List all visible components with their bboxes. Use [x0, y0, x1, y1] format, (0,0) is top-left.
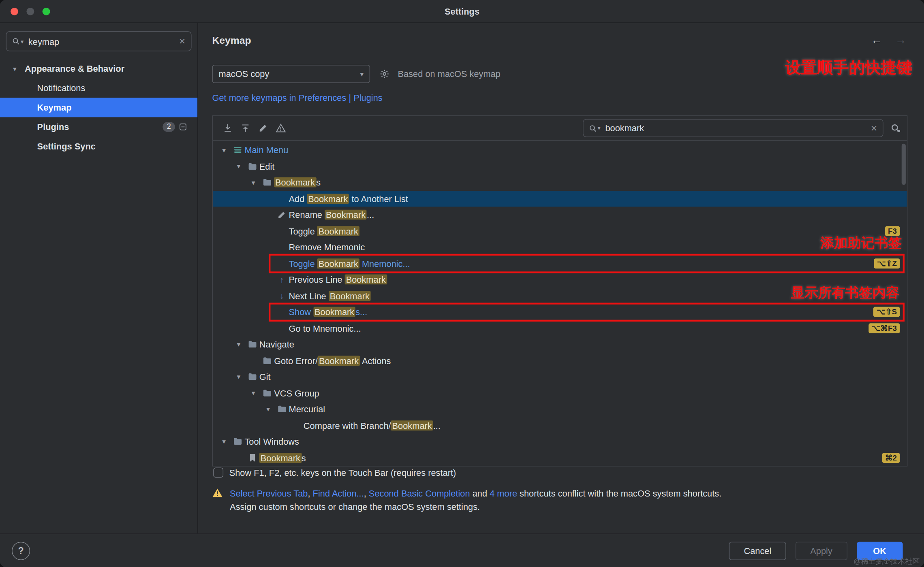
- tree-row-main-menu[interactable]: ▾Main Menu: [213, 142, 907, 158]
- search-history-chevron-icon[interactable]: ▾: [597, 125, 600, 131]
- settings-search-field[interactable]: ▾ ✕: [6, 31, 192, 51]
- page-title: Keymap: [212, 35, 251, 47]
- tree-row-label: Edit: [259, 161, 275, 171]
- tree-row-next-line-bookmark[interactable]: ↓Next Line Bookmark: [213, 288, 907, 304]
- show-conflicts-icon[interactable]: [272, 120, 289, 136]
- tree-row-label: VCS Group: [274, 388, 319, 398]
- shortcut-badge: ⌥⇧S: [874, 307, 900, 317]
- tree-row-label: Compare with Branch/Bookmark...: [304, 420, 441, 431]
- tree-row-label: Rename Bookmark...: [289, 210, 374, 220]
- warning-icon: [212, 486, 226, 514]
- chevron-down-icon[interactable]: ▾: [218, 146, 231, 154]
- conflict-link-4-more[interactable]: 4 more: [490, 488, 517, 498]
- shortcut-badge: F3: [885, 226, 900, 236]
- tree-row-toggle-bookmark-mnemonic[interactable]: Toggle Bookmark Mnemonic...⌥⇧Z: [213, 255, 907, 271]
- tree-row-label: Previous Line Bookmark: [289, 275, 387, 285]
- action-search-field[interactable]: ▾ ✕: [583, 119, 883, 137]
- tree-row-toggle-bookmark[interactable]: Toggle BookmarkF3: [213, 223, 907, 239]
- find-by-shortcut-icon[interactable]: [890, 123, 901, 133]
- chevron-down-icon[interactable]: ▾: [247, 178, 260, 186]
- tree-row-go-to-mnemonic[interactable]: Go to Mnemonic...⌥⌘F3: [213, 320, 907, 336]
- touchbar-checkbox[interactable]: [213, 468, 223, 478]
- pencil-icon: [275, 211, 289, 219]
- folder-icon: [245, 162, 259, 170]
- folder-icon: [245, 341, 259, 348]
- search-icon: [589, 124, 597, 132]
- edit-shortcut-icon[interactable]: [254, 120, 272, 136]
- settings-category-tree: ▾ Appearance & Behavior Notifications Ke…: [0, 59, 197, 156]
- tree-row-remove-mnemonic[interactable]: Remove Mnemonic: [213, 239, 907, 255]
- keymap-scheme-select[interactable]: macOS copy ▾: [212, 65, 370, 83]
- settings-window: Settings ▾ ✕ ▾ Appearance & Behavior Not…: [0, 0, 924, 567]
- bookmark-icon: [245, 453, 259, 462]
- cancel-button[interactable]: Cancel: [729, 542, 786, 560]
- folder-icon: [260, 389, 274, 397]
- tree-row-show-bookmarks[interactable]: Show Bookmarks...⌥⇧S: [213, 304, 907, 320]
- chevron-down-icon[interactable]: ▾: [218, 437, 231, 446]
- clear-search-icon[interactable]: ✕: [871, 124, 877, 133]
- back-arrow-icon[interactable]: ←: [871, 34, 882, 47]
- tree-row-tool-windows[interactable]: ▾Tool Windows: [213, 433, 907, 450]
- tree-row-bookmarks-folder[interactable]: ▾Bookmarks: [213, 174, 907, 190]
- action-search-input[interactable]: [604, 122, 871, 134]
- get-more-keymaps-link[interactable]: Get more keymaps in Preferences | Plugin…: [212, 92, 382, 102]
- tree-row-rename-bookmark[interactable]: Rename Bookmark...: [213, 207, 907, 223]
- sidebar-item-keymap[interactable]: Keymap: [0, 98, 197, 117]
- traffic-lights: [11, 0, 50, 22]
- folder-icon: [231, 438, 245, 446]
- sidebar-item-settings-sync[interactable]: Settings Sync: [0, 136, 197, 156]
- menu-icon: [231, 146, 245, 155]
- conflict-link-find-action[interactable]: Find Action...: [313, 488, 364, 498]
- tree-row-compare-with-branch-bookmark[interactable]: Compare with Branch/Bookmark...: [213, 417, 907, 433]
- sidebar-item-plugins[interactable]: Plugins 2: [0, 117, 197, 136]
- expand-all-icon[interactable]: [218, 120, 236, 136]
- chevron-down-icon[interactable]: ▾: [232, 373, 245, 381]
- keymap-tree: ▾Main Menu▾Edit▾BookmarksAdd Bookmark to…: [213, 141, 907, 467]
- dialog-footer: ? Cancel Apply OK @稀土掘金技术社区: [0, 533, 924, 567]
- tree-row-previous-line-bookmark[interactable]: ↑Previous Line Bookmark: [213, 271, 907, 288]
- help-button[interactable]: ?: [12, 542, 30, 560]
- tree-row-mercurial[interactable]: ▾Mercurial: [213, 401, 907, 417]
- chevron-down-icon[interactable]: ▾: [13, 64, 25, 72]
- chevron-down-icon[interactable]: ▾: [247, 389, 260, 397]
- tree-row-label: Toggle Bookmark Mnemonic...: [289, 258, 410, 269]
- tree-row-navigate[interactable]: ▾Navigate: [213, 336, 907, 352]
- chevron-down-icon[interactable]: ▾: [262, 405, 275, 413]
- tree-row-edit[interactable]: ▾Edit: [213, 158, 907, 174]
- plugins-count-badge: 2: [163, 122, 175, 132]
- folder-icon: [275, 405, 289, 413]
- based-on-label: Based on macOS keymap: [398, 69, 500, 79]
- forward-arrow-icon[interactable]: →: [895, 34, 907, 47]
- tree-row-bookmarks-tool-window[interactable]: Bookmarks⌘2: [213, 450, 907, 466]
- tree-row-label: Bookmarks: [259, 453, 306, 463]
- sidebar-item-notifications[interactable]: Notifications: [0, 78, 197, 98]
- tree-row-add-bookmark-to-another-list[interactable]: Add Bookmark to Another List: [213, 190, 907, 207]
- tree-row-label: Toggle Bookmark: [289, 226, 359, 236]
- conflict-link-second-basic-completion[interactable]: Second Basic Completion: [369, 488, 470, 498]
- keymap-page: Keymap ← → 设置顺手的快捷键 macOS copy ▾ Based o…: [198, 23, 924, 534]
- tree-row-label: Bookmarks: [274, 177, 321, 188]
- tree-row-label: Show Bookmarks...: [289, 307, 367, 317]
- tree-row-label: Remove Mnemonic: [289, 242, 365, 252]
- minimize-window-button[interactable]: [26, 7, 34, 15]
- zoom-window-button[interactable]: [43, 7, 50, 15]
- apply-button[interactable]: Apply: [796, 542, 847, 560]
- tree-row-vcs-group[interactable]: ▾VCS Group: [213, 385, 907, 401]
- chevron-down-icon: ▾: [360, 70, 364, 78]
- warning-text: ,: [364, 488, 369, 498]
- sidebar-item-appearance-behavior[interactable]: ▾ Appearance & Behavior: [0, 59, 197, 78]
- gear-icon[interactable]: [379, 69, 389, 79]
- keymap-scheme-value: macOS copy: [218, 69, 269, 79]
- tree-row-goto-error-bookmark-actions[interactable]: Goto Error/Bookmark Actions: [213, 352, 907, 369]
- settings-search-input[interactable]: [27, 36, 179, 47]
- touchbar-checkbox-label: Show F1, F2, etc. keys on the Touch Bar …: [229, 468, 456, 478]
- search-history-chevron-icon[interactable]: ▾: [21, 38, 24, 45]
- close-window-button[interactable]: [11, 7, 18, 15]
- shortcut-conflict-warning: Select Previous Tab, Find Action..., Sec…: [212, 486, 903, 514]
- clear-search-icon[interactable]: ✕: [179, 36, 186, 46]
- conflict-link-select-previous-tab[interactable]: Select Previous Tab: [230, 488, 308, 498]
- tree-row-git[interactable]: ▾Git: [213, 369, 907, 385]
- chevron-down-icon[interactable]: ▾: [232, 162, 245, 170]
- chevron-down-icon[interactable]: ▾: [232, 340, 245, 348]
- collapse-all-icon[interactable]: [236, 120, 254, 136]
